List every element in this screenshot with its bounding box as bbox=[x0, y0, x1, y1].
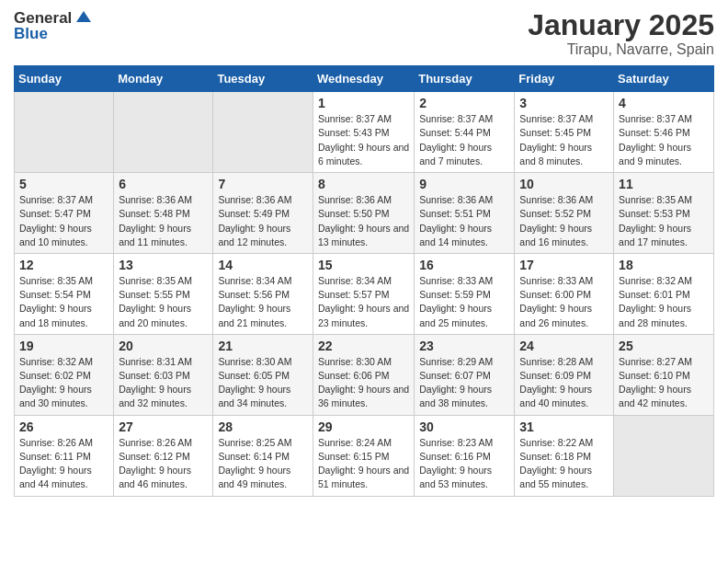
month-title: January 2025 bbox=[528, 9, 714, 41]
day-number: 25 bbox=[619, 339, 709, 353]
day-number: 12 bbox=[19, 258, 108, 272]
day-detail: Sunrise: 8:36 AM Sunset: 5:52 PM Dayligh… bbox=[519, 193, 609, 249]
day-number: 20 bbox=[119, 339, 208, 353]
day-detail: Sunrise: 8:31 AM Sunset: 6:03 PM Dayligh… bbox=[119, 355, 208, 411]
day-number: 17 bbox=[519, 258, 609, 272]
day-detail: Sunrise: 8:22 AM Sunset: 6:18 PM Dayligh… bbox=[519, 436, 609, 492]
day-detail: Sunrise: 8:30 AM Sunset: 6:06 PM Dayligh… bbox=[318, 355, 409, 411]
calendar-cell: 7Sunrise: 8:36 AM Sunset: 5:49 PM Daylig… bbox=[213, 173, 313, 254]
calendar-table: SundayMondayTuesdayWednesdayThursdayFrid… bbox=[14, 65, 714, 496]
calendar-cell: 31Sunrise: 8:22 AM Sunset: 6:18 PM Dayli… bbox=[515, 415, 614, 496]
calendar-cell: 17Sunrise: 8:33 AM Sunset: 6:00 PM Dayli… bbox=[515, 253, 614, 334]
calendar-cell: 30Sunrise: 8:23 AM Sunset: 6:16 PM Dayli… bbox=[415, 415, 515, 496]
weekday-header: Sunday bbox=[15, 66, 114, 92]
calendar-cell: 18Sunrise: 8:32 AM Sunset: 6:01 PM Dayli… bbox=[614, 253, 714, 334]
logo-icon bbox=[74, 9, 93, 28]
calendar-week-row: 19Sunrise: 8:32 AM Sunset: 6:02 PM Dayli… bbox=[15, 334, 714, 415]
calendar-week-row: 12Sunrise: 8:35 AM Sunset: 5:54 PM Dayli… bbox=[15, 253, 714, 334]
day-number: 10 bbox=[519, 177, 609, 191]
day-number: 19 bbox=[19, 339, 108, 353]
day-detail: Sunrise: 8:29 AM Sunset: 6:07 PM Dayligh… bbox=[419, 355, 509, 411]
calendar-cell: 22Sunrise: 8:30 AM Sunset: 6:06 PM Dayli… bbox=[313, 334, 414, 415]
day-number: 1 bbox=[318, 96, 409, 110]
day-number: 14 bbox=[218, 258, 308, 272]
calendar-cell: 11Sunrise: 8:35 AM Sunset: 5:53 PM Dayli… bbox=[614, 173, 714, 254]
logo: General Blue bbox=[14, 9, 93, 43]
calendar-week-row: 1Sunrise: 8:37 AM Sunset: 5:43 PM Daylig… bbox=[15, 92, 714, 173]
weekday-header-row: SundayMondayTuesdayWednesdayThursdayFrid… bbox=[15, 66, 714, 92]
day-detail: Sunrise: 8:25 AM Sunset: 6:14 PM Dayligh… bbox=[218, 436, 308, 492]
day-detail: Sunrise: 8:27 AM Sunset: 6:10 PM Dayligh… bbox=[619, 355, 709, 411]
day-detail: Sunrise: 8:28 AM Sunset: 6:09 PM Dayligh… bbox=[519, 355, 609, 411]
day-number: 3 bbox=[519, 96, 609, 110]
header-row: General Blue January 2025 Tirapu, Navarr… bbox=[14, 9, 714, 58]
day-detail: Sunrise: 8:35 AM Sunset: 5:53 PM Dayligh… bbox=[619, 193, 709, 249]
day-number: 27 bbox=[119, 419, 208, 434]
day-detail: Sunrise: 8:33 AM Sunset: 5:59 PM Dayligh… bbox=[419, 274, 509, 330]
day-number: 21 bbox=[218, 339, 308, 353]
calendar-cell: 2Sunrise: 8:37 AM Sunset: 5:44 PM Daylig… bbox=[415, 92, 515, 173]
day-number: 26 bbox=[19, 419, 108, 434]
location-title: Tirapu, Navarre, Spain bbox=[528, 41, 714, 58]
day-number: 11 bbox=[619, 177, 709, 191]
calendar-cell: 3Sunrise: 8:37 AM Sunset: 5:45 PM Daylig… bbox=[515, 92, 614, 173]
day-number: 30 bbox=[419, 419, 509, 434]
calendar-cell: 10Sunrise: 8:36 AM Sunset: 5:52 PM Dayli… bbox=[515, 173, 614, 254]
day-number: 16 bbox=[419, 258, 509, 272]
day-number: 4 bbox=[619, 96, 709, 110]
day-number: 2 bbox=[419, 96, 509, 110]
logo-blue: Blue bbox=[14, 25, 48, 43]
day-number: 5 bbox=[19, 177, 108, 191]
day-detail: Sunrise: 8:32 AM Sunset: 6:02 PM Dayligh… bbox=[19, 355, 108, 411]
calendar-cell: 8Sunrise: 8:36 AM Sunset: 5:50 PM Daylig… bbox=[313, 173, 414, 254]
title-block: January 2025 Tirapu, Navarre, Spain bbox=[528, 9, 714, 58]
day-detail: Sunrise: 8:26 AM Sunset: 6:12 PM Dayligh… bbox=[119, 436, 208, 492]
day-number: 24 bbox=[519, 339, 609, 353]
day-number: 6 bbox=[119, 177, 208, 191]
day-detail: Sunrise: 8:32 AM Sunset: 6:01 PM Dayligh… bbox=[619, 274, 709, 330]
day-detail: Sunrise: 8:37 AM Sunset: 5:45 PM Dayligh… bbox=[519, 112, 609, 168]
calendar-cell: 20Sunrise: 8:31 AM Sunset: 6:03 PM Dayli… bbox=[114, 334, 213, 415]
calendar-cell bbox=[614, 415, 714, 496]
calendar-cell: 23Sunrise: 8:29 AM Sunset: 6:07 PM Dayli… bbox=[415, 334, 515, 415]
day-detail: Sunrise: 8:36 AM Sunset: 5:48 PM Dayligh… bbox=[119, 193, 208, 249]
day-number: 8 bbox=[318, 177, 409, 191]
day-detail: Sunrise: 8:30 AM Sunset: 6:05 PM Dayligh… bbox=[218, 355, 308, 411]
calendar-cell: 28Sunrise: 8:25 AM Sunset: 6:14 PM Dayli… bbox=[213, 415, 313, 496]
day-number: 15 bbox=[318, 258, 409, 272]
day-detail: Sunrise: 8:37 AM Sunset: 5:43 PM Dayligh… bbox=[318, 112, 409, 168]
weekday-header: Wednesday bbox=[313, 66, 414, 92]
day-detail: Sunrise: 8:36 AM Sunset: 5:51 PM Dayligh… bbox=[419, 193, 509, 249]
day-number: 28 bbox=[218, 419, 308, 434]
day-detail: Sunrise: 8:37 AM Sunset: 5:44 PM Dayligh… bbox=[419, 112, 509, 168]
day-detail: Sunrise: 8:37 AM Sunset: 5:46 PM Dayligh… bbox=[619, 112, 709, 168]
day-detail: Sunrise: 8:24 AM Sunset: 6:15 PM Dayligh… bbox=[318, 436, 409, 492]
calendar-cell bbox=[15, 92, 114, 173]
day-number: 31 bbox=[519, 419, 609, 434]
day-number: 7 bbox=[218, 177, 308, 191]
day-number: 22 bbox=[318, 339, 409, 353]
day-detail: Sunrise: 8:26 AM Sunset: 6:11 PM Dayligh… bbox=[19, 436, 108, 492]
calendar-cell bbox=[213, 92, 313, 173]
calendar-cell: 26Sunrise: 8:26 AM Sunset: 6:11 PM Dayli… bbox=[15, 415, 114, 496]
calendar-cell: 9Sunrise: 8:36 AM Sunset: 5:51 PM Daylig… bbox=[415, 173, 515, 254]
calendar-cell: 29Sunrise: 8:24 AM Sunset: 6:15 PM Dayli… bbox=[313, 415, 414, 496]
weekday-header: Monday bbox=[114, 66, 213, 92]
calendar-week-row: 5Sunrise: 8:37 AM Sunset: 5:47 PM Daylig… bbox=[15, 173, 714, 254]
weekday-header: Saturday bbox=[614, 66, 714, 92]
calendar-cell: 12Sunrise: 8:35 AM Sunset: 5:54 PM Dayli… bbox=[15, 253, 114, 334]
day-detail: Sunrise: 8:37 AM Sunset: 5:47 PM Dayligh… bbox=[19, 193, 108, 249]
day-detail: Sunrise: 8:23 AM Sunset: 6:16 PM Dayligh… bbox=[419, 436, 509, 492]
calendar-cell: 5Sunrise: 8:37 AM Sunset: 5:47 PM Daylig… bbox=[15, 173, 114, 254]
day-number: 9 bbox=[419, 177, 509, 191]
day-number: 23 bbox=[419, 339, 509, 353]
weekday-header: Thursday bbox=[415, 66, 515, 92]
calendar-cell bbox=[114, 92, 213, 173]
day-detail: Sunrise: 8:33 AM Sunset: 6:00 PM Dayligh… bbox=[519, 274, 609, 330]
day-detail: Sunrise: 8:34 AM Sunset: 5:57 PM Dayligh… bbox=[318, 274, 409, 330]
day-number: 13 bbox=[119, 258, 208, 272]
calendar-cell: 19Sunrise: 8:32 AM Sunset: 6:02 PM Dayli… bbox=[15, 334, 114, 415]
day-detail: Sunrise: 8:34 AM Sunset: 5:56 PM Dayligh… bbox=[218, 274, 308, 330]
page-container: General Blue January 2025 Tirapu, Navarr… bbox=[0, 0, 728, 511]
weekday-header: Friday bbox=[515, 66, 614, 92]
